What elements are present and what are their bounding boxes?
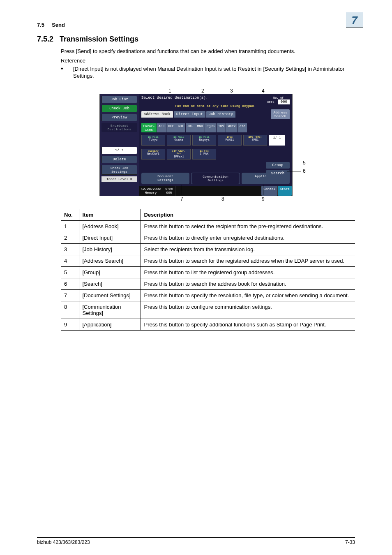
table-row: 5[Group]Press this button to list the re…	[61, 266, 355, 278]
header-left: 7.5 Send	[37, 22, 65, 28]
index-etc[interactable]: etc	[238, 123, 247, 132]
table-row: 9[Application]Press this button to speci…	[61, 319, 355, 330]
tab-direct-input[interactable]: Direct Input	[174, 111, 205, 118]
left-panel: Job List Check Job Preview Broadcast Des…	[100, 94, 139, 196]
dest-tokyo[interactable]: ■E-MailTokyo	[141, 135, 165, 146]
table-row: 1[Address Book]Press this button to sele…	[61, 220, 355, 232]
footer-left: bizhub 423/363/283/223	[37, 539, 90, 545]
status-pct: 99%	[165, 191, 173, 194]
dest-smb1[interactable]: ■PC (SMB)SMB1	[243, 135, 267, 146]
job-list-button[interactable]: Job List	[101, 96, 137, 103]
dest-ipfax1[interactable]: ◆IP Addr. FaxIPFax1	[167, 149, 191, 160]
status-time: 1:26	[165, 187, 173, 191]
callout-7: 7	[180, 196, 183, 202]
table-row: 7[Document Settings]Press this button to…	[61, 289, 355, 301]
instruction-text: Select desired destination(s).	[141, 96, 208, 104]
table-row: 4[Address Search]Press this button to se…	[61, 255, 355, 266]
dest-osaka[interactable]: ■E-MailOsaka	[167, 135, 191, 146]
index-tuv[interactable]: TUV	[217, 123, 226, 132]
status-bar: 12/28/2009Memory 1:2699% Cancel Start	[139, 186, 292, 196]
group-button[interactable]: Group	[266, 162, 290, 169]
cancel-button[interactable]: Cancel	[261, 186, 278, 196]
heading-number: 7.5.2	[37, 35, 58, 44]
chapter-badge: 7	[346, 12, 363, 28]
page-footer: bizhub 423/363/283/223 7-33	[37, 537, 355, 545]
broadcast-label: Broadcast Destinations	[101, 123, 137, 132]
send-screen: Job List Check Job Preview Broadcast Des…	[99, 94, 293, 196]
index-ghi[interactable]: GHI	[176, 123, 185, 132]
footer-right: 7-33	[345, 539, 355, 545]
intro-text: Press [Send] to specify destinations and…	[61, 48, 355, 55]
left-page-indicator: 1/ 1	[101, 147, 137, 154]
main-area: Select desired destination(s). No. of De…	[139, 94, 292, 196]
table-row: 2[Direct Input]Press this button to dire…	[61, 232, 355, 243]
th-item: Item	[79, 209, 141, 221]
tab-communication-settings[interactable]: Communication Settings	[191, 173, 240, 184]
callout-9: 9	[262, 196, 265, 202]
header-section-num: 7.5	[37, 22, 44, 28]
bullet-icon: •	[61, 65, 73, 80]
destination-row-1: ■E-MailTokyo ■E-MailOsaka ■E-MailNagoya …	[139, 133, 292, 147]
callout-4: 4	[262, 88, 265, 94]
dest-page-indicator: 1/ 1	[269, 135, 285, 146]
description-table: No. Item Description 1[Address Book]Pres…	[61, 209, 355, 331]
page-header: 7.5 Send 7	[37, 12, 355, 29]
dest-ifax[interactable]: ◆I-FaxI-FAX	[192, 149, 216, 160]
index-wxyz[interactable]: WXYZ	[226, 123, 237, 132]
fax-hint: Fax can be sent at any time using keypad…	[139, 104, 292, 109]
dest-count-value: 000	[278, 99, 290, 104]
heading-7-5-2: 7.5.2 Transmission Settings	[37, 35, 355, 44]
toner-level: Toner Level K	[101, 176, 137, 182]
table-row: 6[Search]Press this button to search the…	[61, 278, 355, 289]
table-row: 8[Communication Settings]Press this butt…	[61, 301, 355, 319]
th-no: No.	[61, 209, 79, 221]
tab-job-history[interactable]: Job History	[206, 111, 235, 118]
reference-bullet: • [Direct Input] is not displayed when M…	[61, 65, 355, 80]
th-desc: Description	[141, 209, 355, 221]
tab-document-settings[interactable]: Document Settings	[141, 173, 189, 184]
alpha-index: Favor- ites ABC DEF GHI JKL MNO PQRS TUV…	[139, 123, 292, 133]
callout-1: 1	[168, 88, 171, 94]
dest-nagoya[interactable]: ■E-MailNagoya	[192, 135, 216, 146]
tab-address-search[interactable]: Address Search	[271, 109, 290, 119]
dest-fax01[interactable]: ◆FaxFAX01	[218, 135, 242, 146]
delete-button[interactable]: Delete	[101, 156, 137, 163]
screenshot-figure: 1 2 3 4 Job List Check Job Preview Broad…	[37, 88, 355, 204]
header-section-title: Send	[52, 22, 65, 28]
destination-row-2: ◆WebDAVWebDAV1 ◆IP Addr. FaxIPFax1 ◆I-Fa…	[139, 147, 292, 161]
index-jkl[interactable]: JKL	[186, 123, 195, 132]
status-memory: Memory	[141, 191, 161, 194]
preview-button[interactable]: Preview	[101, 114, 137, 121]
callout-5: 5	[303, 160, 306, 166]
callout-6: 6	[303, 168, 306, 174]
bullet-text: [Direct Input] is not displayed when Man…	[73, 65, 355, 80]
index-mno[interactable]: MNO	[195, 123, 204, 132]
search-button[interactable]: Search	[266, 170, 290, 177]
status-date: 12/28/2009	[141, 187, 161, 191]
start-button[interactable]: Start	[278, 186, 292, 196]
index-abc[interactable]: ABC	[157, 123, 166, 132]
table-row: 3[Job History]Select the recipients from…	[61, 243, 355, 255]
heading-title: Transmission Settings	[60, 35, 138, 43]
tab-address-book[interactable]: Address Book	[141, 111, 173, 118]
index-favorites[interactable]: Favor- ites	[141, 123, 157, 132]
callout-2: 2	[201, 88, 204, 94]
index-pqrs[interactable]: PQRS	[205, 123, 216, 132]
index-def[interactable]: DEF	[166, 123, 175, 132]
callout-8: 8	[221, 196, 224, 202]
check-job-button[interactable]: Check Job	[101, 105, 137, 112]
reference-label: Reference	[61, 58, 355, 64]
callout-3: 3	[230, 88, 233, 94]
check-job-settings-button[interactable]: Check Job Settings	[101, 165, 137, 175]
dest-webdav1[interactable]: ◆WebDAVWebDAV1	[141, 149, 165, 160]
